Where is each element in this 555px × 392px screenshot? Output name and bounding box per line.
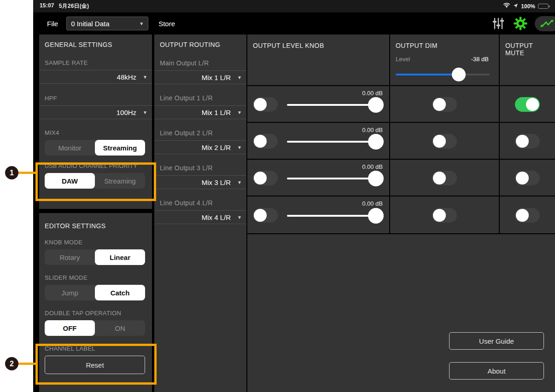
routing-row-select[interactable]: Mix 3 L/R ▼	[154, 175, 246, 189]
slider-mode-option-catch[interactable]: Catch	[95, 285, 145, 300]
dim-cell	[390, 196, 499, 233]
output-routing-panel: OUTPUT ROUTING Main Output L/R Mix 1 L/R…	[154, 35, 246, 392]
double-tap-segment: OFF ON	[45, 320, 145, 336]
routing-row-label: Line Output 2 L/R	[154, 129, 246, 137]
slider-mode-option-jump[interactable]: Jump	[45, 285, 95, 300]
status-date: 5月26日(金)	[59, 2, 89, 10]
double-tap-option-off[interactable]: OFF	[45, 320, 95, 336]
routing-row-select[interactable]: Mix 1 L/R ▼	[154, 105, 246, 119]
routing-row-label: Main Output L/R	[154, 59, 246, 67]
user-guide-button[interactable]: User Guide	[449, 332, 544, 350]
chevron-down-icon: ▼	[143, 75, 147, 80]
chevron-down-icon: ▼	[237, 75, 242, 80]
mix4-option-monitor[interactable]: Monitor	[45, 140, 95, 156]
routing-row-select[interactable]: Mix 1 L/R ▼	[154, 70, 246, 84]
channel-label-label: CHANNEL LABEL	[39, 345, 152, 352]
dim-cell	[390, 86, 499, 122]
editor-settings-title: EDITOR SETTINGS	[39, 213, 152, 230]
knob-mode-option-rotary[interactable]: Rotary	[45, 249, 95, 265]
annotation-line-2	[18, 363, 36, 365]
editor-settings-panel: EDITOR SETTINGS KNOB MODE Rotary Linear …	[39, 213, 152, 392]
level-knob-cell: 0.00 dB	[247, 86, 389, 122]
dim-toggle[interactable]	[432, 208, 457, 223]
mute-toggle[interactable]	[515, 171, 540, 185]
knob-mode-option-linear[interactable]: Linear	[95, 249, 145, 265]
dim-slider-knob[interactable]	[452, 68, 466, 81]
mute-cell	[500, 86, 555, 122]
mute-cell	[500, 196, 555, 233]
level-slider[interactable]	[287, 134, 384, 150]
routing-row-value: Mix 2 L/R	[202, 144, 231, 151]
level-slider[interactable]	[287, 208, 384, 224]
status-bar: 15:07 5月26日(金) 100%	[33, 0, 555, 12]
mix4-option-streaming[interactable]: Streaming	[95, 140, 145, 156]
level-slider-knob[interactable]	[368, 171, 384, 186]
about-button[interactable]: About	[449, 362, 544, 380]
sample-rate-value: 48kHz	[117, 73, 137, 81]
annotation-line-1	[18, 172, 36, 174]
output-mute-title: OUTPUT MUTE	[500, 35, 555, 57]
file-label: File	[47, 20, 58, 28]
usb-priority-option-daw[interactable]: DAW	[45, 173, 95, 189]
output-routing-title: OUTPUT ROUTING	[154, 35, 246, 48]
wifi-icon	[503, 3, 510, 10]
file-preset-value: 0 Initial Data	[71, 20, 109, 28]
dim-toggle[interactable]	[432, 171, 457, 185]
level-knob-cell: 0.00 dB	[247, 160, 389, 196]
level-slider[interactable]	[287, 171, 384, 186]
hpf-select[interactable]: 100Hz ▼	[39, 105, 152, 119]
battery-icon	[538, 4, 549, 9]
file-preset-select[interactable]: 0 Initial Data ▼	[66, 17, 148, 30]
general-settings-panel: GENERAL SETTINGS SAMPLE RATE 48kHz ▼ HPF…	[39, 35, 152, 209]
level-knob-cell: 0.00 dB	[247, 196, 389, 233]
routing-row-label: Line Output 3 L/R	[154, 164, 246, 172]
knob-mode-segment: Rotary Linear	[45, 249, 145, 265]
level-slider-knob[interactable]	[368, 97, 384, 113]
chevron-down-icon: ▼	[237, 215, 242, 220]
chevron-down-icon: ▼	[237, 110, 242, 115]
gear-icon[interactable]	[513, 16, 528, 31]
mute-toggle[interactable]	[515, 208, 540, 223]
general-settings-title: GENERAL SETTINGS	[39, 35, 152, 48]
mix4-label: MIX4	[39, 129, 152, 136]
level-slider-knob[interactable]	[368, 134, 384, 150]
double-tap-option-on[interactable]: ON	[95, 320, 145, 336]
level-knob-toggle[interactable]	[253, 134, 278, 149]
mute-toggle[interactable]	[515, 97, 540, 112]
slider-mode-label: SLIDER MODE	[39, 274, 152, 281]
usb-priority-option-streaming[interactable]: Streaming	[95, 173, 145, 189]
level-knob-toggle[interactable]	[253, 208, 278, 223]
location-icon	[513, 3, 518, 10]
channel-label-reset-button[interactable]: Reset	[45, 356, 145, 374]
battery-percent: 100%	[521, 3, 535, 10]
annotation-badge-2: 2	[5, 357, 18, 370]
mute-toggle[interactable]	[515, 134, 540, 149]
annotation-badge-1: 1	[5, 166, 18, 179]
dim-level-label: Level	[396, 56, 410, 63]
hpf-label: HPF	[39, 95, 152, 102]
dim-level-value: -38 dB	[471, 56, 489, 63]
sample-rate-select[interactable]: 48kHz ▼	[39, 70, 152, 84]
output-mute-header: OUTPUT MUTE	[500, 35, 555, 85]
routing-row-select[interactable]: Mix 4 L/R ▼	[154, 210, 246, 224]
store-button[interactable]: Store	[158, 20, 175, 28]
level-knob-toggle[interactable]	[253, 97, 278, 112]
mute-cell	[500, 160, 555, 196]
dim-toggle[interactable]	[432, 97, 457, 112]
level-db-value: 0.00 dB	[362, 90, 383, 97]
faders-icon[interactable]	[491, 16, 506, 31]
level-slider[interactable]	[287, 97, 384, 113]
level-slider-knob[interactable]	[368, 208, 384, 224]
routing-row-value: Mix 3 L/R	[202, 179, 231, 186]
level-knob-toggle[interactable]	[253, 171, 278, 185]
toolbar: File 0 Initial Data ▼ Store	[33, 12, 555, 35]
transfer-icon[interactable]	[535, 16, 555, 31]
double-tap-label: DOUBLE TAP OPERATION	[39, 310, 152, 317]
dim-level-slider[interactable]	[396, 68, 490, 81]
routing-row-select[interactable]: Mix 2 L/R ▼	[154, 140, 246, 154]
level-db-value: 0.00 dB	[362, 200, 383, 207]
dim-cell	[390, 160, 499, 196]
dim-toggle[interactable]	[432, 134, 457, 149]
output-level-knob-title: OUTPUT LEVEL KNOB	[247, 35, 389, 49]
knob-mode-label: KNOB MODE	[39, 239, 152, 246]
